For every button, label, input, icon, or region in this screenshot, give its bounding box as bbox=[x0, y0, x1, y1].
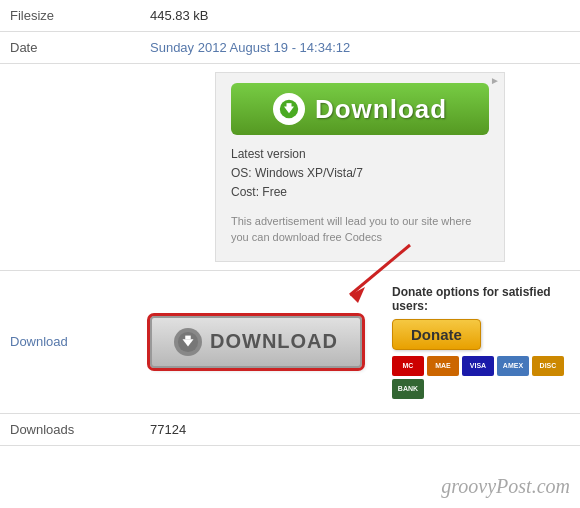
watermark: groovyPost.com bbox=[441, 475, 570, 498]
info-table: Filesize 445.83 kB Date Sunday 2012 Augu… bbox=[0, 0, 580, 446]
ad-cost: Cost: Free bbox=[231, 183, 489, 202]
discover-icon: DISC bbox=[532, 356, 564, 376]
svg-rect-5 bbox=[185, 335, 191, 339]
card-icons: MC MAE VISA AMEX DISC BANK bbox=[392, 356, 570, 399]
svg-marker-7 bbox=[350, 287, 365, 303]
date-label: Date bbox=[0, 32, 140, 64]
filesize-row: Filesize 445.83 kB bbox=[0, 0, 580, 32]
amex-icon: AMEX bbox=[497, 356, 529, 376]
date-row: Date Sunday 2012 August 19 - 14:34:12 bbox=[0, 32, 580, 64]
download-btn-icon bbox=[174, 328, 202, 356]
downloads-row: Downloads 77124 bbox=[0, 413, 580, 445]
bank-icon: BANK bbox=[392, 379, 424, 399]
real-download-button[interactable]: DOWNLOAD bbox=[150, 316, 362, 368]
download-cell: DOWNLOAD Donate options for satisfied us… bbox=[140, 270, 580, 413]
ad-disclaimer: This advertisement will lead you to our … bbox=[231, 213, 489, 246]
downloads-value: 77124 bbox=[140, 413, 580, 445]
donate-button[interactable]: Donate bbox=[392, 319, 481, 350]
download-content: DOWNLOAD Donate options for satisfied us… bbox=[150, 285, 570, 399]
filesize-value: 445.83 kB bbox=[140, 0, 580, 32]
ad-version: Latest version bbox=[231, 145, 489, 164]
ad-cell: ► Download Latest version OS: Windows XP… bbox=[140, 64, 580, 271]
download-btn-text: DOWNLOAD bbox=[210, 330, 338, 353]
donate-title: Donate options for satisfied users: bbox=[392, 285, 570, 313]
download-row: Download DOWNLOAD bbox=[0, 270, 580, 413]
advertisement: ► Download Latest version OS: Windows XP… bbox=[215, 72, 505, 262]
donate-section: Donate options for satisfied users: Dona… bbox=[392, 285, 570, 399]
mastercard-icon: MC bbox=[392, 356, 424, 376]
visa-icon: VISA bbox=[462, 356, 494, 376]
download-label: Download bbox=[0, 270, 140, 413]
ad-info: Latest version OS: Windows XP/Vista/7 Co… bbox=[231, 145, 489, 203]
ad-download-button[interactable]: Download bbox=[231, 83, 489, 135]
ad-download-icon bbox=[273, 93, 305, 125]
maestro-icon: MAE bbox=[427, 356, 459, 376]
ad-marker: ► bbox=[490, 75, 500, 86]
ad-os: OS: Windows XP/Vista/7 bbox=[231, 164, 489, 183]
downloads-label: Downloads bbox=[0, 413, 140, 445]
svg-rect-2 bbox=[286, 103, 291, 107]
ad-download-text: Download bbox=[315, 94, 447, 125]
ad-row: ► Download Latest version OS: Windows XP… bbox=[0, 64, 580, 271]
filesize-label: Filesize bbox=[0, 0, 140, 32]
date-value: Sunday 2012 August 19 - 14:34:12 bbox=[140, 32, 580, 64]
